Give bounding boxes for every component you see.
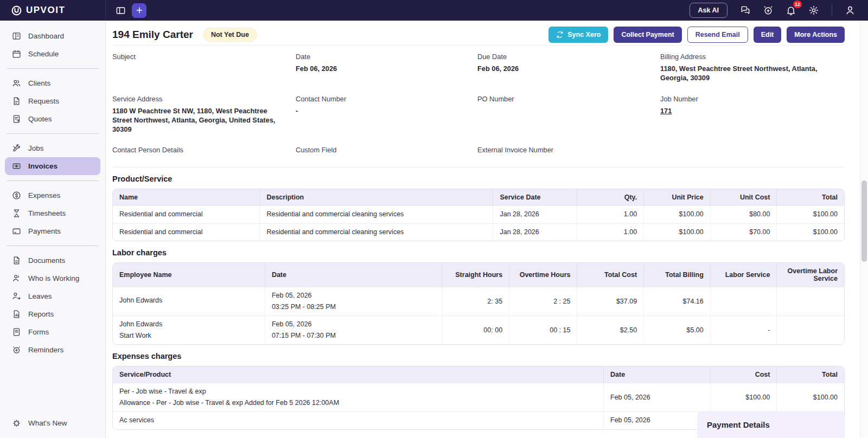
sidebar-item-label: Who is Working	[28, 274, 79, 282]
sidebar-item-label: Invoices	[28, 162, 58, 170]
sidebar-item-clients[interactable]: Clients	[5, 74, 100, 92]
sidebar-toggle-icon[interactable]	[112, 2, 129, 18]
notifications-bell-icon[interactable]: 12	[783, 2, 799, 18]
collect-payment-button[interactable]: Collect Payment	[614, 27, 681, 43]
col-cost: Cost	[710, 366, 777, 383]
sidebar-divider	[7, 133, 99, 134]
sidebar-item-jobs[interactable]: Jobs	[5, 139, 100, 157]
sidebar-item-forms[interactable]: Forms	[5, 323, 100, 341]
product-service-table: Name Description Service Date Qty. Unit …	[112, 189, 845, 241]
sidebar-item-quotes[interactable]: Quotes	[5, 110, 100, 128]
table-row: Per - Job wise - Travel & expAllowance -…	[113, 383, 844, 412]
sidebar-item-expenses[interactable]: Expenses	[5, 186, 100, 204]
create-new-button[interactable]	[132, 3, 146, 18]
col-total: Total	[777, 189, 844, 206]
expenses-charges-title: Expenses charges	[112, 352, 845, 360]
clients-icon	[12, 79, 21, 88]
sidebar-item-requests[interactable]: Requests	[5, 92, 100, 110]
app-logo: UPVOIT	[0, 0, 106, 21]
table-row: Residential and commercial Residential a…	[113, 223, 844, 241]
field-contact-number: Contact Number-	[296, 95, 477, 146]
topbar-divider	[832, 4, 832, 16]
product-service-title: Product/Service	[112, 175, 845, 183]
col-total-cost: Total Cost	[577, 263, 644, 287]
field-subject: Subject	[112, 53, 296, 95]
col-overtime-hours: Overtime Hours	[509, 263, 577, 287]
sidebar-item-label: Reminders	[28, 346, 63, 354]
sidebar-item-label: Quotes	[28, 115, 52, 123]
col-service-date: Service Date	[493, 189, 577, 206]
chat-icon[interactable]	[737, 2, 754, 18]
field-contact-person: Contact Person Details	[112, 146, 296, 166]
calendar-icon	[12, 49, 21, 59]
field-date: DateFeb 06, 2026	[296, 53, 477, 95]
person-leave-icon	[12, 292, 21, 301]
sidebar-item-reports[interactable]: Reports	[5, 305, 100, 323]
field-external-invoice: External Invoice Number	[477, 146, 660, 166]
col-date: Date	[265, 263, 443, 287]
sync-xero-label: Sync Xero	[567, 31, 601, 38]
col-employee-name: Employee Name	[113, 263, 265, 287]
sidebar-item-label: Expenses	[28, 191, 60, 199]
table-row: Residential and commercial Residential a…	[113, 206, 844, 224]
settings-gear-icon[interactable]	[806, 2, 822, 18]
app-logo-text: UPVOIT	[26, 5, 65, 16]
sidebar-item-invoices[interactable]: Invoices	[5, 157, 100, 175]
field-service-address: Service Address1180 W Peachtree St NW, 1…	[112, 95, 296, 146]
sync-xero-button[interactable]: Sync Xero	[548, 27, 608, 43]
sidebar-item-schedule[interactable]: Schedule	[5, 45, 100, 63]
section-divider	[112, 167, 845, 168]
document-icon	[12, 256, 21, 265]
sidebar-item-dashboard[interactable]: Dashboard	[5, 27, 100, 45]
sidebar-item-documents[interactable]: Documents	[5, 252, 100, 269]
scrollbar-thumb[interactable]	[861, 181, 867, 262]
sidebar: Dashboard Schedule Clients Requests Quot…	[0, 21, 106, 438]
invoice-fields: Subject DateFeb 06, 2026 Due DateFeb 06,…	[112, 46, 845, 166]
sidebar-item-payments[interactable]: Payments	[5, 222, 100, 240]
sidebar-item-who-is-working[interactable]: Who is Working	[5, 269, 100, 287]
vertical-scrollbar	[860, 21, 868, 438]
reminder-alarm-icon[interactable]	[760, 2, 776, 18]
table-header-row: Service/Product Date Cost Total	[113, 366, 844, 383]
table-header-row: Name Description Service Date Qty. Unit …	[113, 189, 844, 206]
sidebar-item-label: Leaves	[28, 292, 52, 300]
table-row: John EdwardsStart Work Feb 05, 202607:15…	[113, 316, 844, 345]
sidebar-item-reminders[interactable]: Reminders	[5, 341, 100, 359]
sidebar-item-timesheets[interactable]: Timesheets	[5, 204, 100, 222]
page-title: 194 Emily Carter	[112, 29, 193, 41]
col-description: Description	[260, 189, 493, 206]
field-custom-field: Custom Field	[296, 146, 477, 166]
labor-charges-table: Employee Name Date Straight Hours Overti…	[112, 262, 845, 345]
sidebar-divider	[7, 246, 99, 246]
sidebar-item-label: Dashboard	[28, 32, 64, 40]
form-icon	[12, 327, 21, 337]
sidebar-item-label: Jobs	[28, 144, 44, 152]
col-name: Name	[113, 189, 260, 206]
edit-button[interactable]: Edit	[754, 27, 782, 43]
col-unit-price: Unit Price	[644, 189, 711, 206]
labor-charges-title: Labor charges	[112, 248, 845, 257]
sidebar-item-label: Payments	[28, 227, 61, 235]
field-po-number: PO Number	[477, 95, 660, 146]
col-qty: Qty.	[577, 189, 644, 206]
topbar: UPVOIT Ask AI	[0, 0, 868, 21]
ask-ai-button[interactable]: Ask AI	[690, 3, 727, 18]
sidebar-item-label: Documents	[28, 256, 65, 265]
table-row: John Edwards Feb 05, 202603:25 PM - 08:2…	[113, 287, 844, 316]
invoice-card-icon	[12, 162, 21, 171]
sidebar-item-label: Reports	[28, 310, 54, 318]
more-actions-button[interactable]: More Actions	[787, 27, 845, 43]
tools-icon	[12, 144, 21, 153]
notification-count-badge: 12	[793, 1, 802, 8]
job-number-link[interactable]: 171	[660, 107, 672, 115]
user-profile-icon[interactable]	[842, 2, 858, 18]
working-person-icon	[12, 274, 21, 283]
payment-details-panel: Payment Details Product/Service Total $2…	[697, 411, 845, 438]
sidebar-item-leaves[interactable]: Leaves	[5, 287, 100, 305]
col-total-billing: Total Billing	[644, 263, 711, 287]
resend-email-button[interactable]: Resend Email	[687, 27, 748, 43]
status-badge: Not Yet Due	[203, 28, 257, 42]
field-job-number: Job Number171	[660, 95, 845, 146]
sidebar-item-whats-new[interactable]: What's New	[5, 420, 100, 438]
col-unit-cost: Unit Cost	[710, 189, 777, 206]
